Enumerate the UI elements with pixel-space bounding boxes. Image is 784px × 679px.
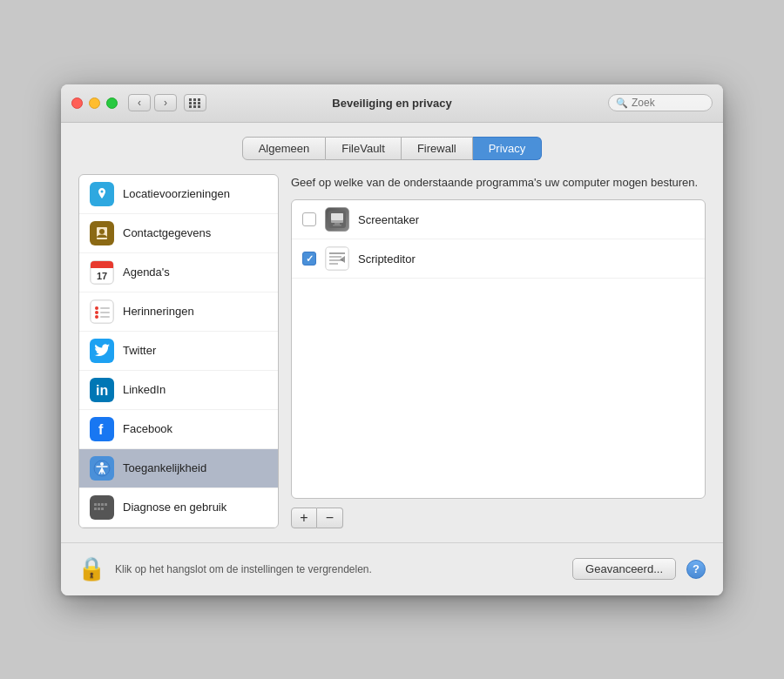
sidebar-label-diagnose: Diagnose en gebruik: [123, 501, 226, 514]
sidebar-label-twitter: Twitter: [123, 344, 156, 357]
description-text: Geef op welke van de onderstaande progra…: [291, 174, 706, 192]
sidebar-item-contacten[interactable]: Contactgegevens: [79, 214, 278, 253]
close-button[interactable]: [71, 97, 83, 109]
minimize-button[interactable]: [89, 97, 100, 109]
sidebar-item-toegankelijkheid[interactable]: Toegankelijkheid: [79, 449, 278, 488]
scripteditor-label: Scripteditor: [358, 252, 416, 266]
sidebar-label-herinneringen: Herinneringen: [123, 305, 194, 318]
nav-buttons: ‹ ›: [128, 94, 177, 111]
svg-point-13: [95, 315, 98, 319]
traffic-lights: [71, 97, 118, 109]
sidebar-item-twitter[interactable]: Twitter: [79, 332, 278, 371]
window-title: Beveiliging en privacy: [332, 97, 451, 110]
facebook-icon: f: [90, 417, 114, 441]
search-icon: 🔍: [616, 97, 628, 109]
scripteditor-checkbox[interactable]: [302, 252, 316, 266]
titlebar: ‹ › Beveiliging en privacy 🔍: [61, 84, 723, 123]
sidebar-label-locatie: Locatievoorzieningen: [123, 187, 230, 200]
svg-point-0: [101, 190, 104, 192]
bottom-text: Klik op het hangslot om de instellingen …: [115, 563, 562, 575]
list-item-screentaker[interactable]: Screentaker: [292, 200, 705, 239]
help-button[interactable]: ?: [686, 560, 706, 579]
main-window: ‹ › Beveiliging en privacy 🔍 Algemeen Fi…: [61, 84, 723, 595]
sidebar-label-linkedin: LinkedIn: [123, 383, 166, 396]
svg-rect-14: [100, 316, 110, 318]
app-list: Screentaker: [291, 199, 706, 499]
screentaker-label: Screentaker: [358, 213, 419, 226]
svg-rect-20: [94, 503, 97, 506]
svg-rect-22: [101, 503, 104, 506]
sidebar: Locatievoorzieningen Contactgegevens: [78, 174, 279, 528]
svg-rect-12: [100, 312, 110, 313]
content-area: Algemeen FileVault Firewall Privacy: [61, 123, 723, 542]
screentaker-app-icon: [325, 207, 349, 232]
sidebar-item-diagnose[interactable]: Diagnose en gebruik: [79, 488, 278, 528]
svg-point-9: [95, 306, 98, 310]
sidebar-label-toegankelijkheid: Toegankelijkheid: [123, 461, 206, 474]
svg-rect-31: [333, 225, 341, 226]
screentaker-checkbox[interactable]: [302, 212, 316, 226]
contacts-icon: [90, 221, 114, 245]
svg-text:in: in: [96, 383, 108, 398]
svg-rect-32: [326, 247, 348, 270]
sidebar-item-agenda[interactable]: 17 Agenda's: [79, 253, 278, 292]
search-input[interactable]: [632, 97, 710, 109]
sidebar-label-agenda: Agenda's: [123, 266, 170, 279]
location-icon: [90, 182, 114, 206]
svg-rect-29: [331, 213, 343, 220]
grid-button[interactable]: [184, 94, 206, 111]
svg-rect-23: [105, 503, 107, 506]
tab-firewall[interactable]: Firewall: [402, 137, 473, 160]
svg-rect-24: [94, 508, 97, 510]
scripteditor-app-icon: [325, 246, 349, 271]
tabs-bar: Algemeen FileVault Firewall Privacy: [78, 137, 706, 160]
maximize-button[interactable]: [106, 97, 118, 109]
grid-icon: [189, 98, 201, 108]
svg-rect-30: [335, 223, 340, 225]
sidebar-item-herinneringen[interactable]: Herinneringen: [79, 292, 278, 332]
svg-rect-25: [98, 508, 100, 510]
tab-filevault[interactable]: FileVault: [326, 137, 402, 160]
reminders-icon: [90, 299, 114, 324]
svg-text:f: f: [98, 422, 104, 437]
sidebar-item-locatie[interactable]: Locatievoorzieningen: [79, 175, 278, 214]
back-button[interactable]: ‹: [128, 94, 151, 111]
tab-algemeen[interactable]: Algemeen: [242, 137, 327, 160]
svg-point-18: [100, 462, 104, 466]
right-panel: Geef op welke van de onderstaande progra…: [291, 174, 706, 528]
svg-point-11: [95, 311, 98, 314]
tab-privacy[interactable]: Privacy: [473, 137, 543, 160]
svg-rect-26: [101, 508, 104, 510]
forward-button[interactable]: ›: [154, 94, 177, 111]
main-panel: Locatievoorzieningen Contactgegevens: [78, 174, 706, 528]
twitter-icon: [90, 339, 114, 363]
advanced-button[interactable]: Geavanceerd...: [572, 558, 676, 580]
svg-point-3: [99, 229, 105, 234]
accessibility-icon: [90, 456, 114, 481]
calendar-icon: 17: [90, 260, 114, 285]
sidebar-item-facebook[interactable]: f Facebook: [79, 410, 278, 449]
svg-rect-21: [98, 503, 100, 506]
lock-icon-container: 🔒: [78, 554, 105, 585]
diagnostics-icon: [90, 495, 114, 520]
search-box[interactable]: 🔍: [608, 94, 713, 111]
sidebar-label-facebook: Facebook: [123, 422, 172, 435]
sidebar-item-linkedin[interactable]: in LinkedIn: [79, 371, 278, 410]
list-item-scripteditor[interactable]: Scripteditor: [292, 239, 705, 279]
bottom-bar: 🔒 Klik op het hangslot om de instellinge…: [61, 542, 723, 595]
svg-rect-10: [100, 307, 110, 309]
list-action-buttons: + −: [291, 508, 706, 528]
lock-icon: 🔒: [78, 555, 105, 582]
add-app-button[interactable]: +: [291, 508, 317, 528]
sidebar-label-contacten: Contactgegevens: [123, 226, 211, 239]
remove-app-button[interactable]: −: [317, 508, 343, 528]
svg-rect-6: [91, 265, 113, 268]
svg-text:17: 17: [97, 271, 107, 281]
linkedin-icon: in: [90, 378, 114, 402]
